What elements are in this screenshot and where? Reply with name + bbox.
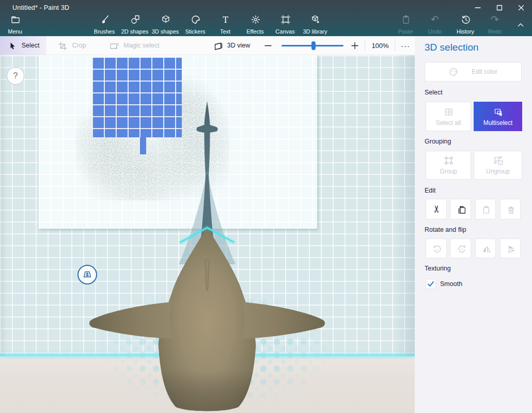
ungroup-button[interactable]: Ungroup (474, 151, 522, 180)
magic-select-tool-button[interactable]: Magic select (96, 36, 173, 55)
rotate-cw-button[interactable] (450, 239, 471, 258)
brushes-button[interactable]: Brushes (91, 14, 117, 35)
smooth-checkbox[interactable] (426, 279, 436, 289)
collapse-toolbar-button[interactable] (512, 18, 529, 32)
select-tool-button[interactable]: Select (0, 36, 46, 55)
plus-icon (351, 41, 359, 51)
zoom-slider-thumb[interactable] (311, 41, 316, 50)
select-cursor-icon (7, 41, 17, 51)
minus-icon (264, 41, 272, 51)
close-icon (518, 5, 524, 11)
paste-panel-button[interactable] (475, 199, 496, 219)
zoom-in-button[interactable] (347, 36, 363, 55)
shark-right-fin (241, 302, 325, 339)
stickers-button[interactable]: Stickers (181, 14, 210, 35)
separator (395, 40, 395, 51)
magic-select-icon (109, 41, 119, 51)
paste-button[interactable]: Paste (391, 14, 420, 35)
menu-button[interactable]: Menu (4, 14, 26, 35)
minimize-button[interactable] (467, 0, 489, 15)
select-all-button[interactable]: Select all (426, 102, 471, 131)
multiselect-icon (493, 107, 503, 116)
copy-button[interactable] (450, 199, 471, 219)
3d-view-icon (213, 41, 223, 51)
canvas-viewport[interactable]: ? (0, 55, 415, 413)
canvas-icon (280, 14, 291, 25)
grouping-section-label: Grouping (425, 138, 451, 145)
group-button[interactable]: Group (426, 151, 471, 180)
brush-icon (99, 14, 110, 25)
3d-view-button[interactable]: 3D view (207, 36, 256, 55)
select-section-label: Select (425, 89, 443, 96)
3d-shapes-button[interactable]: 3D shapes (148, 14, 182, 35)
history-button[interactable]: History (451, 14, 480, 35)
close-button[interactable] (510, 0, 532, 15)
wall-edge-shade (0, 55, 7, 356)
undo-icon: ↶ (431, 14, 439, 25)
help-button[interactable]: ? (7, 67, 24, 85)
3d-library-icon (310, 14, 321, 25)
stickers-icon (190, 14, 201, 25)
panel-title: 3D selection (425, 42, 479, 53)
paste-icon (400, 14, 411, 25)
window-title: Untitled* - Paint 3D (12, 4, 69, 11)
3d-perspective-button[interactable] (77, 265, 97, 284)
3d-selection-panel: 3D selection Edit color Select Select al… (415, 36, 532, 413)
edit-section-label: Edit (425, 187, 436, 194)
svg-text:T: T (223, 15, 228, 25)
texturing-section-label: Texturing (425, 265, 451, 272)
delete-button[interactable] (500, 199, 521, 219)
multiselect-button[interactable]: Multiselect (474, 102, 522, 131)
shark-3d-model[interactable] (77, 99, 336, 413)
zoom-percent-button[interactable]: 100% (367, 36, 394, 55)
rotate-flip-section-label: Rotate and flip (425, 226, 466, 233)
canvas-button[interactable]: Canvas (271, 14, 300, 35)
3d-library-button[interactable]: 3D library (298, 14, 332, 35)
wall-edge-shade (394, 55, 415, 356)
maximize-icon (496, 5, 503, 11)
checkmark-icon (427, 280, 434, 288)
effects-button[interactable]: Effects (242, 14, 269, 35)
flip-horizontal-button[interactable] (475, 239, 496, 258)
3d-perspective-icon (82, 269, 92, 280)
2d-shapes-button[interactable]: 2D shapes (118, 14, 152, 35)
smooth-label: Smooth (440, 280, 462, 288)
flip-vertical-button[interactable] (500, 239, 521, 258)
2d-shapes-icon (130, 14, 140, 25)
question-mark: ? (13, 71, 18, 81)
crop-tool-button[interactable]: Crop (51, 36, 93, 55)
copy-icon (456, 204, 465, 214)
paint3d-window: Untitled* - Paint 3D Menu Brushes 2D sha… (0, 0, 532, 413)
group-icon (444, 155, 453, 165)
effects-icon (250, 14, 261, 25)
flip-vertical-icon (506, 244, 515, 253)
ellipsis-icon: ··· (401, 41, 410, 50)
paste-icon (481, 204, 490, 214)
minimize-icon (475, 5, 481, 11)
menu-icon (10, 14, 21, 25)
more-options-button[interactable]: ··· (397, 36, 414, 55)
redo-icon: ↷ (491, 14, 499, 25)
palette-icon (449, 67, 458, 76)
top-toolbar: Untitled* - Paint 3D Menu Brushes 2D sha… (0, 0, 532, 36)
separator (365, 40, 365, 51)
chevron-up-icon (517, 21, 525, 29)
cut-button[interactable]: ✂ (426, 199, 447, 219)
rotate-cw-icon (456, 244, 465, 253)
tools-toolbar: Select Crop Magic select 3D view 100% (0, 36, 415, 55)
shark-tail-fin (196, 101, 217, 176)
rotate-ccw-icon (432, 244, 441, 253)
trash-icon (506, 204, 515, 214)
undo-button[interactable]: ↶ Undo (421, 14, 448, 35)
rotate-ccw-button[interactable] (426, 239, 447, 258)
zoom-slider[interactable] (281, 45, 343, 46)
select-all-icon (444, 107, 453, 116)
redo-button[interactable]: ↷ Redo (481, 14, 508, 35)
zoom-out-button[interactable] (260, 36, 276, 55)
crop-icon (57, 41, 67, 51)
edit-color-button[interactable]: Edit color (425, 62, 522, 82)
text-button[interactable]: T Text (214, 14, 237, 35)
shark-left-fin (89, 302, 174, 339)
flip-horizontal-icon (481, 244, 490, 253)
text-icon: T (220, 14, 231, 25)
